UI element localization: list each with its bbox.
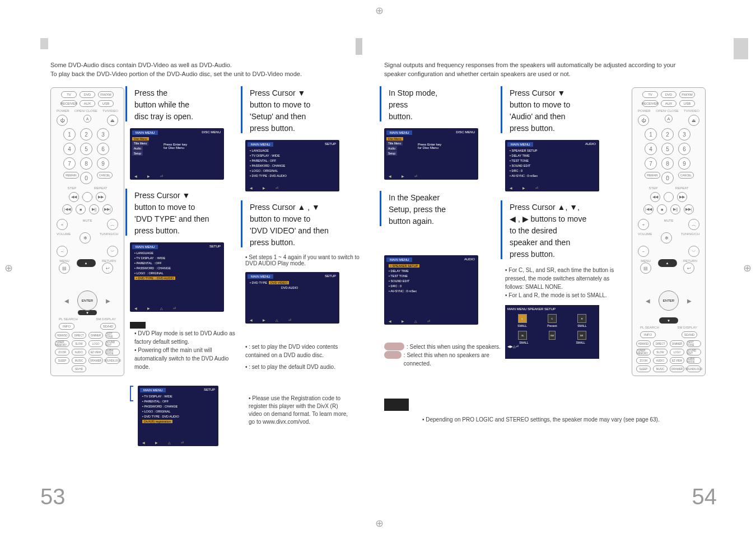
remote-btn-tv[interactable]: TV: [642, 91, 658, 98]
remote-btn-remain[interactable]: REMAIN: [63, 172, 79, 179]
remote-btn-dvd[interactable]: DVD: [661, 91, 676, 98]
remote-btn-a[interactable]: A: [83, 115, 91, 123]
remote-bg-10[interactable]: EZ VIEW: [88, 349, 103, 355]
rbg[interactable]: SLEEP: [636, 366, 651, 372]
remote-bg-15[interactable]: SOUND/LOGO: [105, 357, 120, 364]
remote-btn-rew[interactable]: ◀◀: [69, 192, 79, 202]
rnum[interactable]: CANCEL: [678, 172, 694, 179]
remote-btn-aux[interactable]: AUX: [661, 100, 676, 107]
rbg[interactable]: SOUND/LOGO: [687, 366, 701, 372]
remote-num-4[interactable]: 4: [63, 143, 76, 155]
rbg[interactable]: DIMMER: [670, 340, 684, 347]
remote-bg-2[interactable]: DIMMER: [88, 332, 103, 339]
remote-prv[interactable]: |◀◀: [643, 204, 654, 214]
remote-btn-eject[interactable]: ⏏: [107, 115, 118, 126]
remote-btn-info[interactable]: INFO: [59, 323, 74, 330]
remote-btn-tv[interactable]: TV: [61, 91, 77, 98]
remote-num-0[interactable]: 0: [80, 172, 92, 184]
remote-num-6[interactable]: 6: [97, 143, 109, 155]
remote-right[interactable]: ▶: [685, 297, 693, 305]
rbg[interactable]: SLOW: [653, 349, 668, 355]
rbg[interactable]: DIRECT: [653, 340, 668, 347]
rnum[interactable]: 3: [678, 128, 690, 140]
remote-bg-12[interactable]: SLEEP: [55, 357, 69, 364]
remote-down[interactable]: ▼: [659, 317, 678, 324]
remote-btn-fmxm[interactable]: FM/XM: [98, 91, 114, 98]
remote-btn-blank[interactable]: [82, 192, 92, 202]
remote-bg-3[interactable]: TEST TONE: [105, 332, 120, 339]
remote-num-8[interactable]: 8: [80, 157, 92, 170]
rnum[interactable]: 5: [661, 143, 674, 155]
remote-blank[interactable]: [664, 192, 674, 202]
remote-bg-0[interactable]: HDMI/SD: [55, 332, 69, 339]
rnum[interactable]: 4: [645, 143, 657, 155]
remote-ch-up[interactable]: ︿: [688, 219, 699, 230]
remote-vol-up[interactable]: ＋: [638, 219, 649, 230]
rnum[interactable]: 0: [661, 172, 674, 184]
remote-bg-14[interactable]: DRAWER: [88, 357, 103, 364]
rbg[interactable]: SOUND EDIT: [687, 349, 701, 355]
remote-btn-ch-down[interactable]: ﹀: [107, 246, 118, 257]
remote-bg-11[interactable]: SUBW MODE: [105, 349, 120, 355]
remote-btn-aux[interactable]: AUX: [80, 100, 95, 107]
remote-bg-1[interactable]: DIRECT: [72, 332, 86, 339]
remote-num-1[interactable]: 1: [63, 128, 76, 140]
remote-sdhd[interactable]: SD/HD: [682, 331, 697, 338]
remote-btn-menu[interactable]: ▤: [59, 263, 70, 274]
remote-btn-ch-up[interactable]: ︿: [107, 219, 118, 230]
remote-arrow-down[interactable]: ▼: [78, 310, 97, 315]
rbg[interactable]: ZOOM: [636, 357, 651, 364]
remote-rw[interactable]: ◀◀: [650, 192, 660, 202]
rnum[interactable]: 7: [645, 157, 657, 170]
remote-return[interactable]: ↩: [683, 263, 694, 274]
remote-bg-4[interactable]: TUNER MEMORY: [55, 340, 69, 347]
remote-num-3[interactable]: 3: [97, 128, 109, 140]
rbg[interactable]: LOGO: [670, 349, 684, 355]
remote-btn-usb[interactable]: USB: [679, 100, 695, 107]
remote-num-7[interactable]: 7: [63, 157, 76, 170]
remote-btn-power[interactable]: ⏻: [57, 115, 68, 126]
rbg[interactable]: SUBW MODE: [687, 357, 701, 364]
remote-ch-dn[interactable]: ﹀: [688, 246, 699, 257]
rbg[interactable]: TEST TONE: [687, 340, 701, 347]
remote-btn-return[interactable]: ↩: [102, 263, 113, 274]
remote-info[interactable]: INFO: [640, 331, 656, 338]
remote-btn-eject[interactable]: ⏏: [688, 115, 699, 126]
remote-left[interactable]: ◀: [644, 297, 652, 305]
remote-num-2[interactable]: 2: [80, 128, 92, 140]
rbg[interactable]: DRAWER: [670, 366, 684, 372]
remote-btn-receiver[interactable]: RECEIVER: [61, 100, 77, 107]
remote-btn-prev[interactable]: |◀◀: [62, 204, 72, 214]
remote-btn-fmxm[interactable]: FM/XM: [679, 91, 695, 98]
remote-up[interactable]: ▲: [658, 259, 677, 267]
remote-bg-17[interactable]: SD/HD: [72, 366, 86, 372]
remote-stp[interactable]: ■: [657, 204, 667, 214]
remote-num-9[interactable]: 9: [97, 157, 109, 170]
rnum[interactable]: 9: [678, 157, 690, 170]
remote-btn-mute[interactable]: ✻: [80, 232, 91, 243]
remote-menu[interactable]: ▤: [640, 263, 651, 274]
rbg[interactable]: EZ VIEW: [670, 357, 684, 364]
remote-arrow-right[interactable]: ▶: [104, 297, 112, 305]
remote-btn-a[interactable]: A: [665, 115, 673, 123]
remote-pp[interactable]: ▶||: [670, 204, 680, 214]
remote-arrow-left[interactable]: ◀: [63, 297, 71, 305]
remote-btn-ff[interactable]: ▶▶: [96, 192, 106, 202]
remote-btn-enter[interactable]: ENTER: [77, 291, 97, 311]
remote-bg-7[interactable]: SOUND EDIT: [105, 340, 120, 347]
rnum[interactable]: 1: [645, 128, 657, 140]
remote-btn-receiver[interactable]: RECEIVER: [642, 100, 658, 107]
remote-bg-5[interactable]: SLOW: [72, 340, 86, 347]
remote-vol-dn[interactable]: −: [638, 246, 649, 257]
remote-bg-8[interactable]: ZOOM: [55, 349, 69, 355]
remote-mute[interactable]: ✻: [661, 232, 672, 243]
remote-btn-cancel[interactable]: CANCEL: [97, 172, 113, 179]
remote-btn-usb[interactable]: USB: [98, 100, 114, 107]
remote-arrow-up[interactable]: ▲: [77, 259, 96, 267]
rbg[interactable]: AUDIO: [653, 357, 668, 364]
remote-nxt[interactable]: ▶▶|: [684, 204, 694, 214]
rnum[interactable]: 8: [661, 157, 674, 170]
rnum[interactable]: 2: [661, 128, 674, 140]
remote-bg-9[interactable]: AUDIO: [72, 349, 86, 355]
remote-btn-stop[interactable]: ■: [76, 204, 86, 214]
